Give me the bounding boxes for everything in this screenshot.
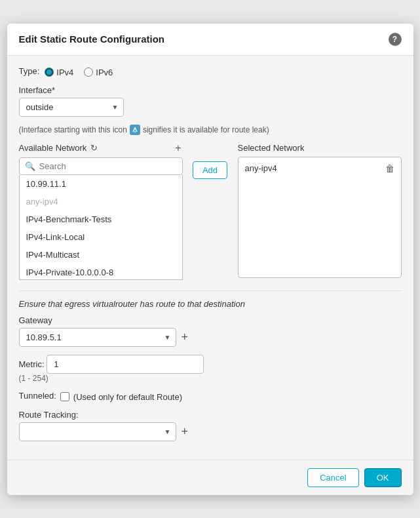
type-ipv6-label: IPv6 — [96, 68, 113, 77]
route-tracking-select-wrapper: ▼ — [19, 422, 176, 441]
selected-network-panel: Selected Network any-ipv4 🗑 — [238, 143, 402, 280]
edit-static-route-dialog: Edit Static Route Configuration ? Type: … — [7, 24, 413, 495]
selected-network-label: Selected Network — [238, 143, 305, 153]
svg-point-1 — [134, 131, 136, 132]
type-ipv4-radio[interactable] — [45, 68, 54, 77]
interface-hint: (Interface starting with this icon signi… — [19, 125, 402, 135]
ok-button[interactable]: OK — [364, 468, 402, 487]
list-item[interactable]: IPv4-Benchmark-Tests — [20, 210, 182, 228]
selected-network-title: Selected Network — [238, 143, 305, 153]
range-hint: (1 - 254) — [19, 374, 402, 383]
available-network-title: Available Network ↻ — [19, 143, 98, 153]
gateway-select[interactable]: 10.89.5.1 — [19, 328, 176, 347]
metric-input[interactable] — [47, 355, 204, 374]
gateway-add-btn[interactable]: + — [181, 331, 189, 343]
available-network-label: Available Network — [19, 143, 87, 153]
networks-section: Available Network ↻ + 🔍 10.99.11.1 any-i… — [19, 143, 402, 280]
divider-section: Ensure that egress virtualrouter has rou… — [19, 290, 402, 441]
tunneled-hint: (Used only for default Route) — [73, 392, 182, 402]
type-label: Type: — [19, 66, 40, 76]
selected-item-value: any-ipv4 — [245, 163, 277, 173]
metric-label: Metric: — [19, 359, 45, 369]
available-network-list: 10.99.11.1 any-ipv4 IPv4-Benchmark-Tests… — [19, 175, 183, 280]
type-ipv4-option[interactable]: IPv4 — [45, 68, 73, 77]
selected-item: any-ipv4 🗑 — [239, 160, 401, 177]
cancel-button[interactable]: Cancel — [307, 468, 358, 487]
route-tracking-row: Route Tracking: ▼ + — [19, 410, 402, 441]
add-button[interactable]: Add — [193, 161, 227, 179]
tunneled-checkbox[interactable] — [60, 392, 69, 401]
tunneled-row: Tunneled: (Used only for default Route) — [19, 391, 402, 403]
list-item: any-ipv4 — [20, 193, 182, 210]
available-network-header: Available Network ↻ + — [19, 143, 183, 153]
interface-row: Interface* outside ▼ — [19, 85, 402, 117]
list-item[interactable]: IPv4-Multicast — [20, 246, 182, 264]
type-ipv6-radio[interactable] — [84, 68, 93, 77]
delete-icon[interactable]: 🗑 — [385, 163, 394, 174]
search-box: 🔍 — [19, 157, 183, 175]
gateway-control-row: 10.89.5.1 ▼ + — [19, 328, 402, 347]
help-icon[interactable]: ? — [389, 33, 402, 46]
type-ipv4-label: IPv4 — [56, 68, 73, 77]
type-ipv6-option[interactable]: IPv6 — [84, 68, 113, 77]
dialog-footer: Cancel OK — [7, 460, 413, 495]
list-item[interactable]: IPv4-Link-Local — [20, 228, 182, 246]
gateway-row: Gateway 10.89.5.1 ▼ + — [19, 315, 402, 347]
available-network-add-icon-btn[interactable]: + — [174, 143, 182, 153]
interface-select-wrapper: outside ▼ — [19, 98, 124, 117]
type-radio-group: IPv4 IPv6 — [45, 68, 113, 77]
metric-row: Metric: (1 - 254) — [19, 355, 402, 383]
interface-select[interactable]: outside — [19, 98, 124, 117]
list-item[interactable]: 10.99.11.1 — [20, 175, 182, 193]
gateway-label: Gateway — [19, 315, 52, 325]
route-tracking-add-btn[interactable]: + — [181, 426, 189, 437]
search-input[interactable] — [39, 161, 177, 171]
tunneled-label: Tunneled: — [19, 391, 56, 401]
list-item[interactable]: IPv4-Private-10.0.0.0-8 — [20, 264, 182, 280]
route-tracking-select[interactable] — [19, 422, 176, 441]
ensure-text: Ensure that egress virtualrouter has rou… — [19, 299, 402, 309]
refresh-icon[interactable]: ↻ — [90, 143, 98, 153]
available-network-panel: Available Network ↻ + 🔍 10.99.11.1 any-i… — [19, 143, 183, 280]
gateway-select-wrapper: 10.89.5.1 ▼ — [19, 328, 176, 347]
type-row: Type: IPv4 IPv6 — [19, 66, 402, 79]
route-tracking-control-row: ▼ + — [19, 422, 402, 441]
search-icon: 🔍 — [25, 161, 35, 171]
selected-network-header: Selected Network — [238, 143, 402, 153]
interface-label: Interface* — [19, 85, 402, 95]
dialog-title: Edit Static Route Configuration — [19, 33, 165, 45]
route-leak-icon — [130, 125, 140, 135]
selected-network-list: any-ipv4 🗑 — [238, 157, 402, 278]
hint-text-before: (Interface starting with this icon — [19, 125, 127, 134]
middle-btn-col: Add — [191, 143, 230, 280]
route-tracking-label: Route Tracking: — [19, 410, 79, 420]
dialog-header: Edit Static Route Configuration ? — [7, 24, 413, 56]
hint-text-after: signifies it is available for route leak… — [143, 125, 269, 134]
dialog-body: Type: IPv4 IPv6 Interface* outside ▼ — [7, 56, 413, 460]
